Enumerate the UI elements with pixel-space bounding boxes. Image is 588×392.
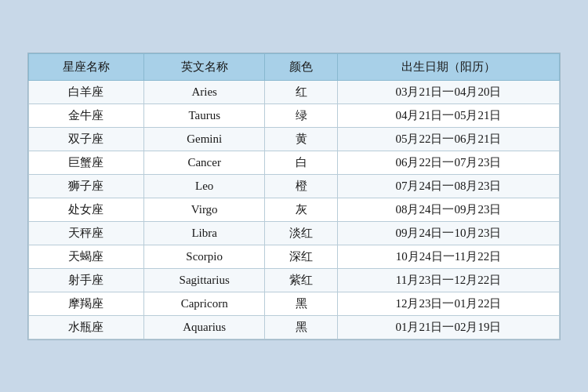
table-row: 天蝎座Scorpio深红10月24日一11月22日 (29, 245, 560, 268)
cell-english-name: Sagittarius (143, 268, 265, 292)
cell-color: 紫红 (265, 268, 338, 292)
cell-color: 淡红 (265, 221, 338, 245)
cell-color: 灰 (265, 198, 338, 221)
cell-chinese-name: 狮子座 (29, 174, 144, 198)
cell-english-name: Aquarius (143, 315, 265, 339)
header-dates: 出生日期（阳历） (337, 53, 559, 80)
table-row: 天秤座Libra淡红09月24日一10月23日 (29, 221, 560, 245)
header-english-name: 英文名称 (143, 53, 265, 80)
cell-chinese-name: 金牛座 (29, 103, 144, 127)
table-row: 双子座Gemini黄05月22日一06月21日 (29, 127, 560, 151)
table-row: 巨蟹座Cancer白06月22日一07月23日 (29, 151, 560, 174)
header-chinese-name: 星座名称 (29, 53, 144, 80)
cell-english-name: Taurus (143, 103, 265, 127)
cell-color: 橙 (265, 174, 338, 198)
table-body: 白羊座Aries红03月21日一04月20日金牛座Taurus绿04月21日一0… (29, 80, 560, 339)
cell-color: 白 (265, 151, 338, 174)
cell-chinese-name: 天秤座 (29, 221, 144, 245)
cell-chinese-name: 巨蟹座 (29, 151, 144, 174)
table-row: 射手座Sagittarius紫红11月23日一12月22日 (29, 268, 560, 292)
cell-dates: 05月22日一06月21日 (337, 127, 559, 151)
cell-dates: 01月21日一02月19日 (337, 315, 559, 339)
cell-dates: 09月24日一10月23日 (337, 221, 559, 245)
table-row: 摩羯座Capricorn黑12月23日一01月22日 (29, 292, 560, 315)
cell-color: 绿 (265, 103, 338, 127)
cell-english-name: Capricorn (143, 292, 265, 315)
cell-dates: 06月22日一07月23日 (337, 151, 559, 174)
cell-chinese-name: 双子座 (29, 127, 144, 151)
cell-dates: 12月23日一01月22日 (337, 292, 559, 315)
cell-dates: 03月21日一04月20日 (337, 80, 559, 103)
cell-english-name: Virgo (143, 198, 265, 221)
cell-english-name: Aries (143, 80, 265, 103)
table-row: 白羊座Aries红03月21日一04月20日 (29, 80, 560, 103)
cell-color: 红 (265, 80, 338, 103)
table-row: 水瓶座Aquarius黑01月21日一02月19日 (29, 315, 560, 339)
table-row: 狮子座Leo橙07月24日一08月23日 (29, 174, 560, 198)
cell-dates: 07月24日一08月23日 (337, 174, 559, 198)
cell-color: 黄 (265, 127, 338, 151)
cell-english-name: Gemini (143, 127, 265, 151)
cell-color: 深红 (265, 245, 338, 268)
cell-chinese-name: 摩羯座 (29, 292, 144, 315)
table-row: 处女座Virgo灰08月24日一09月23日 (29, 198, 560, 221)
cell-chinese-name: 射手座 (29, 268, 144, 292)
cell-color: 黑 (265, 292, 338, 315)
zodiac-table: 星座名称 英文名称 颜色 出生日期（阳历） 白羊座Aries红03月21日一04… (28, 53, 560, 339)
cell-chinese-name: 天蝎座 (29, 245, 144, 268)
cell-chinese-name: 处女座 (29, 198, 144, 221)
cell-dates: 04月21日一05月21日 (337, 103, 559, 127)
cell-english-name: Libra (143, 221, 265, 245)
cell-dates: 10月24日一11月22日 (337, 245, 559, 268)
table-header-row: 星座名称 英文名称 颜色 出生日期（阳历） (29, 53, 560, 80)
table-row: 金牛座Taurus绿04月21日一05月21日 (29, 103, 560, 127)
header-color: 颜色 (265, 53, 338, 80)
cell-chinese-name: 白羊座 (29, 80, 144, 103)
cell-dates: 11月23日一12月22日 (337, 268, 559, 292)
cell-chinese-name: 水瓶座 (29, 315, 144, 339)
zodiac-table-container: 星座名称 英文名称 颜色 出生日期（阳历） 白羊座Aries红03月21日一04… (27, 53, 561, 340)
cell-english-name: Leo (143, 174, 265, 198)
cell-english-name: Scorpio (143, 245, 265, 268)
cell-dates: 08月24日一09月23日 (337, 198, 559, 221)
cell-color: 黑 (265, 315, 338, 339)
cell-english-name: Cancer (143, 151, 265, 174)
